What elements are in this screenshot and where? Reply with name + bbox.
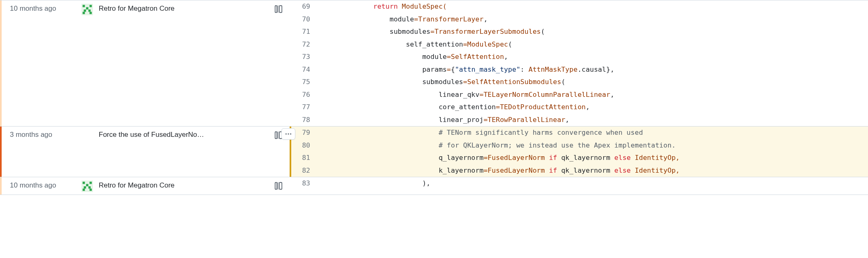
line-content[interactable]: linear_qkv=TELayerNormColumnParallelLine… <box>324 89 868 101</box>
reblame-icon[interactable] <box>272 3 285 14</box>
author-avatar[interactable] <box>81 181 93 192</box>
commit-message[interactable]: Retro for Megatron Core <box>99 180 267 190</box>
svg-point-14 <box>290 134 291 135</box>
svg-rect-6 <box>83 12 85 14</box>
code-line[interactable]: 76 linear_qkv=TELayerNormColumnParallelL… <box>291 89 868 101</box>
svg-rect-5 <box>88 9 91 12</box>
line-number[interactable]: 74 <box>291 63 324 76</box>
commit-time: 10 months ago <box>10 180 76 190</box>
line-content[interactable]: return ModuleSpec( <box>324 0 868 13</box>
line-content[interactable]: # TENorm significantly harms convergence… <box>324 127 868 139</box>
code-line[interactable]: 74 params={"attn_mask_type": AttnMaskTyp… <box>291 63 868 76</box>
code-line[interactable]: 78 linear_proj=TERowParallelLinear, <box>291 114 868 127</box>
more-actions-button[interactable] <box>281 128 295 140</box>
commit-message[interactable]: Force the use of FusedLayerNo… <box>99 129 267 139</box>
line-content[interactable]: core_attention=TEDotProductAttention, <box>324 101 868 114</box>
code-line[interactable]: 72 self_attention=ModuleSpec( <box>291 38 868 51</box>
blame-view: 10 months agoRetro for Megatron Core69 r… <box>0 0 868 195</box>
line-content[interactable]: params={"attn_mask_type": AttnMaskType.c… <box>324 63 868 76</box>
line-number[interactable]: 81 <box>291 152 324 164</box>
commit-info: 10 months agoRetro for Megatron Core <box>2 177 290 195</box>
code-block: 79 # TENorm significantly harms converge… <box>291 127 868 177</box>
svg-rect-8 <box>275 6 277 13</box>
line-number[interactable]: 75 <box>291 76 324 89</box>
svg-rect-4 <box>84 9 86 12</box>
svg-rect-10 <box>275 132 277 139</box>
svg-rect-7 <box>90 12 92 14</box>
svg-rect-22 <box>90 189 92 191</box>
code-block: 69 return ModuleSpec(70 module=Transform… <box>291 0 868 126</box>
line-number[interactable]: 72 <box>291 38 324 51</box>
svg-rect-1 <box>83 5 85 7</box>
line-number[interactable]: 82 <box>291 164 324 177</box>
line-number[interactable]: 79 <box>291 127 324 139</box>
line-content[interactable]: # for QKLayerNorm; we instead use the Ap… <box>324 139 868 152</box>
code-line[interactable]: 81 q_layernorm=FusedLayerNorm if qk_laye… <box>291 152 868 164</box>
code-line[interactable]: 73 module=SelfAttention, <box>291 51 868 63</box>
svg-rect-3 <box>86 7 88 9</box>
svg-rect-18 <box>86 184 88 187</box>
code-line[interactable]: 69 return ModuleSpec( <box>291 0 868 13</box>
svg-rect-9 <box>279 6 282 13</box>
author-avatar[interactable] <box>81 4 93 15</box>
line-number[interactable]: 70 <box>291 13 324 26</box>
blame-hunk: 3 months agoForce the use of FusedLayerN… <box>0 126 868 177</box>
code-line[interactable]: 80 # for QKLayerNorm; we instead use the… <box>291 139 868 152</box>
reblame-icon[interactable] <box>272 180 285 190</box>
line-number[interactable]: 78 <box>291 114 324 127</box>
code-line[interactable]: 82 k_layernorm=FusedLayerNorm if qk_laye… <box>291 164 868 177</box>
line-number[interactable]: 76 <box>291 89 324 101</box>
commit-time: 3 months ago <box>10 129 76 139</box>
code-line[interactable]: 77 core_attention=TEDotProductAttention, <box>291 101 868 114</box>
svg-rect-17 <box>90 182 92 184</box>
line-content[interactable]: k_layernorm=FusedLayerNorm if qk_layerno… <box>324 164 868 177</box>
line-content[interactable]: self_attention=ModuleSpec( <box>324 38 868 51</box>
line-content[interactable]: ), <box>324 177 868 190</box>
line-number[interactable]: 83 <box>291 177 324 190</box>
code-line[interactable]: 70 module=TransformerLayer, <box>291 13 868 26</box>
code-line[interactable]: 83 ), <box>291 177 868 190</box>
line-number[interactable]: 73 <box>291 51 324 63</box>
commit-message[interactable]: Retro for Megatron Core <box>99 3 267 13</box>
line-number[interactable]: 77 <box>291 101 324 114</box>
svg-point-12 <box>285 134 287 135</box>
svg-rect-24 <box>279 183 282 190</box>
code-line[interactable]: 71 submodules=TransformerLayerSubmodules… <box>291 26 868 38</box>
svg-rect-19 <box>84 186 86 189</box>
line-content[interactable]: submodules=SelfAttentionSubmodules( <box>324 76 868 89</box>
blame-hunk: 10 months agoRetro for Megatron Core83 )… <box>0 177 868 195</box>
commit-info: 3 months agoForce the use of FusedLayerN… <box>2 127 290 177</box>
line-content[interactable]: linear_proj=TERowParallelLinear, <box>324 114 868 127</box>
code-line[interactable]: 79 # TENorm significantly harms converge… <box>291 127 868 139</box>
avatar-placeholder <box>81 129 93 141</box>
line-content[interactable]: module=TransformerLayer, <box>324 13 868 26</box>
line-content[interactable]: q_layernorm=FusedLayerNorm if qk_layerno… <box>324 152 868 164</box>
line-number[interactable]: 71 <box>291 26 324 38</box>
svg-point-13 <box>288 134 289 135</box>
line-number[interactable]: 69 <box>291 0 324 13</box>
line-content[interactable]: module=SelfAttention, <box>324 51 868 63</box>
code-block: 83 ), <box>291 177 868 195</box>
blame-hunk: 10 months agoRetro for Megatron Core69 r… <box>0 0 868 126</box>
line-content[interactable]: submodules=TransformerLayerSubmodules( <box>324 26 868 38</box>
svg-rect-20 <box>88 186 91 189</box>
svg-rect-23 <box>275 183 277 190</box>
svg-rect-16 <box>83 182 85 184</box>
svg-rect-21 <box>83 189 85 191</box>
code-line[interactable]: 75 submodules=SelfAttentionSubmodules( <box>291 76 868 89</box>
commit-time: 10 months ago <box>10 3 76 13</box>
svg-rect-2 <box>90 5 92 7</box>
line-number[interactable]: 80 <box>291 139 324 152</box>
commit-info: 10 months agoRetro for Megatron Core <box>2 0 290 126</box>
